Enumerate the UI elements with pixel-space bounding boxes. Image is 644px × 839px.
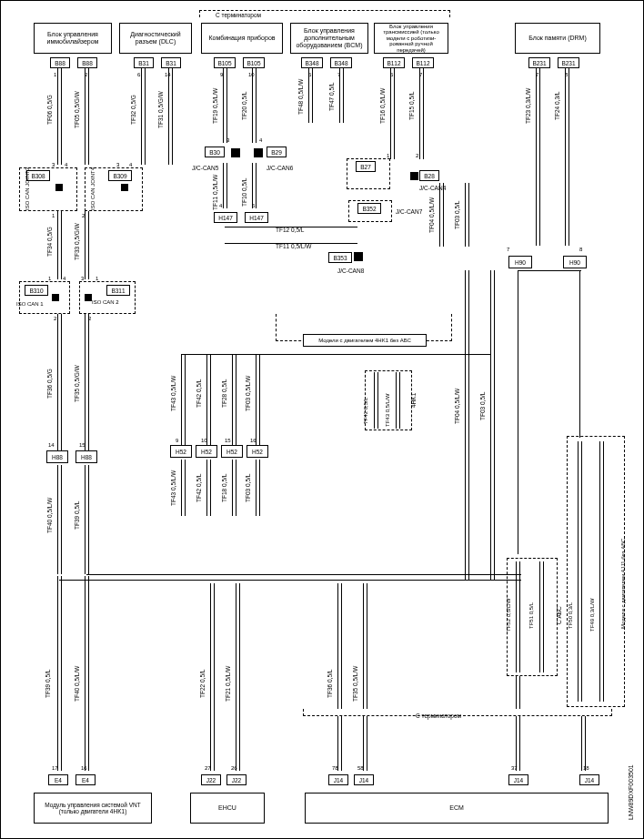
c-J14c: J14: [508, 774, 528, 785]
c-B353: B353: [328, 252, 352, 263]
c-B310: B310: [25, 285, 48, 296]
note-4hk1abs: Модели с двигателем 4HK1 без АБС: [303, 334, 427, 347]
c-J14a: J14: [328, 774, 348, 785]
blk-comb: Комбинация приборов: [201, 23, 283, 54]
c-B29: B29: [267, 147, 287, 157]
c-B231b: B231: [558, 57, 579, 68]
c-B88a: B88: [50, 57, 70, 68]
blk-immo: Блок управления иммобилайзером: [34, 23, 112, 54]
c-H88b: H88: [75, 450, 97, 463]
c-B348a: B348: [301, 57, 323, 68]
blk-diag: Диагностический разъем (DLC): [119, 23, 192, 54]
c-B112a: B112: [383, 57, 405, 68]
c-H88a: H88: [46, 450, 68, 463]
c-H90a: H90: [508, 256, 532, 268]
c-B28: B28: [419, 170, 439, 181]
blk-ehcu: EHCU: [190, 793, 265, 824]
term-bottom: С терминатором: [416, 713, 461, 719]
c-B309: B309: [108, 170, 132, 181]
c-J22b: J22: [226, 774, 247, 785]
blk-vnt: Модуль управления системой VNT (только д…: [34, 793, 152, 824]
c-B348b: B348: [330, 57, 352, 68]
c-H52c: H52: [221, 445, 243, 458]
c-B105a: B105: [214, 57, 236, 68]
blk-drm: Блок памяти (DRM): [515, 23, 600, 54]
c-B352: B352: [357, 203, 381, 214]
c-J22a: J22: [201, 774, 221, 785]
term-top: С терминатором: [216, 12, 261, 18]
c-B30: B30: [205, 147, 225, 157]
c-B31b: B31: [161, 57, 181, 68]
c-H52d: H52: [247, 445, 268, 458]
c-E4b: E4: [75, 774, 96, 785]
c-B88b: B88: [77, 57, 97, 68]
c-H52b: H52: [196, 445, 217, 458]
blk-trans: Блок управления трансмиссией (только мод…: [374, 23, 448, 54]
c-E4a: E4: [48, 774, 68, 785]
doc-id: LNW89DXF003501: [628, 756, 634, 829]
c-H52a: H52: [170, 445, 192, 458]
c-B27: B27: [356, 161, 376, 172]
c-J14d: J14: [579, 774, 599, 785]
c-B112b: B112: [412, 57, 434, 68]
c-B31a: B31: [134, 57, 154, 68]
c-H147a: H147: [214, 212, 237, 223]
c-B231a: B231: [528, 57, 550, 68]
c-B311: B311: [106, 285, 130, 296]
c-H147b: H147: [245, 212, 268, 223]
c-H90b: H90: [563, 256, 587, 268]
c-B105b: B105: [243, 57, 265, 68]
blk-bcm: Блок управления дополнительным оборудова…: [290, 23, 368, 54]
c-J14b: J14: [354, 774, 374, 785]
blk-ecm: ECM: [305, 793, 609, 824]
